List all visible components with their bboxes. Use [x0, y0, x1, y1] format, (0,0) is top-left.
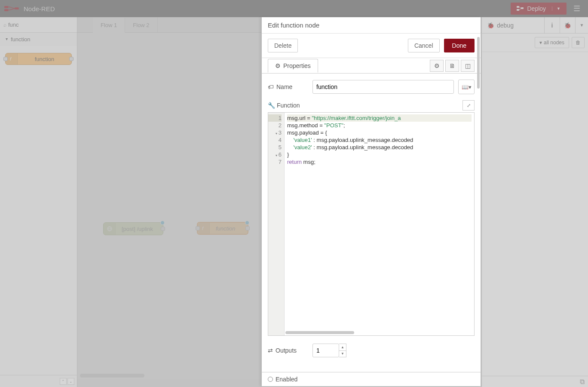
properties-tab[interactable]: ⚙ Properties	[268, 59, 318, 73]
sidebar-tab-menu[interactable]: ▼	[575, 17, 588, 33]
shuffle-icon: ⇄	[268, 347, 273, 354]
node-output-port[interactable]	[245, 226, 250, 230]
env-var-button[interactable]: 📖▾	[458, 80, 475, 94]
expand-editor-button[interactable]: ⤢	[462, 100, 475, 111]
name-label: 🏷Name	[268, 83, 308, 90]
code-content[interactable]: msg.url = "https://maker.ifttt.com/trigg…	[285, 113, 474, 335]
chevron-down-icon: ▸	[5, 38, 9, 40]
outputs-label: ⇄Outputs	[268, 347, 308, 354]
palette-search-input[interactable]	[8, 22, 80, 28]
outputs-down-button[interactable]: ▼	[339, 351, 346, 357]
palette-panel: ⌕ × ▸ function f function ⌃ ⌄	[0, 17, 77, 387]
node-appearance-button[interactable]: ◫	[461, 60, 475, 72]
http-node-icon	[104, 223, 116, 235]
node-output-port[interactable]	[69, 57, 74, 61]
svg-rect-4	[517, 9, 519, 11]
node-output-port[interactable]	[161, 227, 165, 231]
appearance-icon: ◫	[465, 62, 471, 69]
svg-rect-3	[517, 6, 519, 8]
palette-category-function[interactable]: ▸ function	[0, 33, 77, 46]
filter-icon: ▾	[539, 40, 542, 46]
canvas-h-scrollbar[interactable]	[80, 374, 144, 378]
svg-text:f: f	[202, 226, 204, 231]
editor-h-scrollbar[interactable]	[285, 331, 354, 334]
sidebar-panel: 🐞 debug i 🐞 ▼ ▾ all nodes 🗑 ⧉	[481, 17, 588, 387]
svg-text:f: f	[10, 56, 12, 61]
outputs-up-button[interactable]: ▲	[339, 344, 346, 351]
palette-expand-button[interactable]: ⌄	[67, 378, 74, 385]
debug-filter-button[interactable]: ▾ all nodes	[535, 37, 569, 48]
gear-icon: ⚙	[434, 62, 440, 69]
name-input[interactable]	[312, 80, 454, 94]
node-changed-indicator	[160, 221, 165, 225]
wrench-icon: 🔧	[268, 102, 275, 109]
node-input-port[interactable]	[3, 57, 8, 61]
deploy-caret-icon[interactable]: ▼	[552, 6, 560, 11]
search-icon: ⌕	[3, 22, 6, 28]
app-title: Node-RED	[24, 5, 55, 12]
tab-flow-2[interactable]: Flow 2	[125, 17, 157, 32]
node-input-port[interactable]	[196, 226, 200, 230]
tab-flow-1[interactable]: Flow 1	[93, 17, 125, 33]
sidebar-tab-debug[interactable]: 🐞 debug	[482, 17, 544, 33]
palette-footer: ⌃ ⌄	[0, 375, 77, 387]
function-label: Function	[277, 102, 300, 109]
tray-footer: Enabled	[262, 372, 481, 386]
node-http-in[interactable]: [post] /uplink	[103, 222, 163, 235]
svg-rect-0	[4, 6, 8, 8]
palette-search-row: ⌕ ×	[0, 17, 77, 33]
edit-tray: Edit function node Delete Cancel Done ⚙ …	[261, 17, 481, 386]
app-header: Node-RED Deploy ▼ ☰	[0, 0, 588, 17]
gear-icon: ⚙	[275, 62, 281, 69]
palette-collapse-button[interactable]: ⌃	[60, 378, 67, 385]
enabled-label: Enabled	[276, 376, 297, 383]
deploy-icon	[517, 6, 524, 12]
svg-rect-5	[521, 7, 524, 9]
svg-rect-2	[15, 7, 18, 9]
node-red-logo-icon	[4, 5, 19, 12]
tray-title: Edit function node	[262, 17, 481, 34]
sidebar-debug-button[interactable]: 🐞	[560, 17, 575, 33]
node-function[interactable]: f function	[197, 222, 248, 235]
tray-v-scrollbar[interactable]	[477, 37, 480, 89]
delete-button[interactable]: Delete	[268, 39, 298, 52]
outputs-input[interactable]	[312, 344, 339, 357]
sidebar-footer: ⧉	[482, 376, 588, 387]
debug-messages-area	[482, 52, 588, 376]
code-gutter: 1234567	[268, 113, 285, 335]
code-editor[interactable]: 1234567 msg.url = "https://maker.ifttt.c…	[268, 112, 475, 336]
node-description-button[interactable]: 🗎	[445, 60, 459, 72]
cancel-button[interactable]: Cancel	[408, 39, 440, 52]
tag-icon: 🏷	[268, 83, 274, 90]
popout-icon[interactable]: ⧉	[580, 378, 585, 386]
trash-icon: 🗑	[576, 40, 581, 46]
node-changed-indicator	[245, 221, 249, 225]
book-icon: 📖▾	[462, 84, 472, 90]
svg-rect-1	[4, 9, 8, 11]
debug-clear-button[interactable]: 🗑	[572, 37, 585, 48]
document-icon: 🗎	[449, 62, 455, 69]
bug-icon: 🐞	[487, 22, 494, 29]
node-settings-button[interactable]: ⚙	[430, 60, 444, 72]
enabled-toggle[interactable]	[268, 377, 273, 382]
done-button[interactable]: Done	[444, 39, 475, 52]
sidebar-info-button[interactable]: i	[544, 17, 560, 33]
main-menu-button[interactable]: ☰	[570, 2, 584, 15]
palette-node-function[interactable]: f function	[5, 53, 72, 65]
deploy-button[interactable]: Deploy ▼	[511, 3, 567, 15]
tab-scroll-left[interactable]	[77, 17, 93, 32]
